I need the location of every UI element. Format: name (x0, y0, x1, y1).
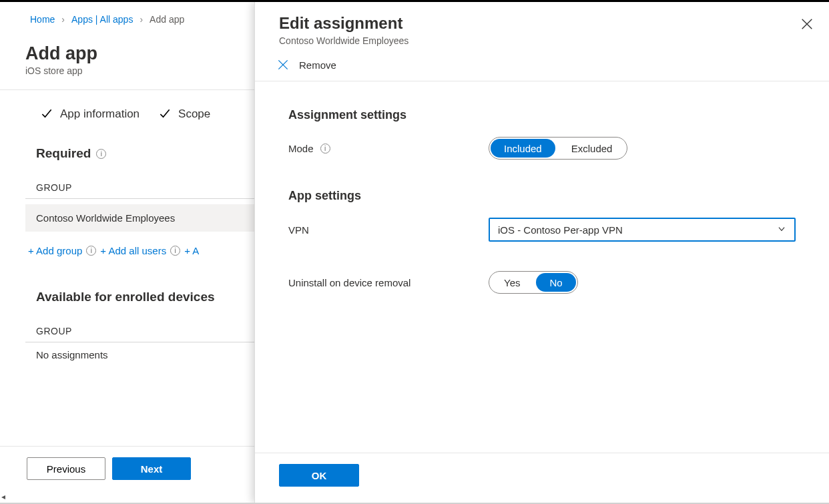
uninstall-yes[interactable]: Yes (489, 272, 535, 293)
breadcrumb-sep-2: › (140, 14, 143, 25)
vpn-dropdown[interactable]: iOS - Contoso Per-app VPN (489, 218, 796, 242)
assignment-settings-heading: Assignment settings (288, 108, 796, 122)
step-app-information[interactable]: App information (40, 107, 140, 121)
check-icon (158, 107, 172, 121)
next-button[interactable]: Next (112, 457, 191, 480)
previous-button[interactable]: Previous (27, 457, 105, 480)
check-icon (40, 107, 53, 121)
breadcrumb-current: Add app (150, 14, 184, 25)
panel-body: Assignment settings Mode i Included Excl… (255, 81, 829, 453)
add-group-link[interactable]: + Add group (28, 245, 82, 256)
panel-header: Edit assignment Contoso Worldwide Employ… (255, 2, 829, 49)
section-required-label: Required (36, 146, 91, 161)
step-scope[interactable]: Scope (158, 107, 210, 121)
info-icon[interactable]: i (170, 246, 180, 256)
add-all-users-link[interactable]: + Add all users (100, 245, 166, 256)
section-available-label: Available for enrolled devices (36, 290, 215, 304)
app-settings-heading: App settings (288, 189, 796, 203)
mode-excluded[interactable]: Excluded (557, 138, 627, 159)
mode-toggle[interactable]: Included Excluded (489, 137, 627, 160)
breadcrumb-home[interactable]: Home (30, 14, 55, 25)
close-icon[interactable] (800, 17, 816, 33)
uninstall-no[interactable]: No (536, 273, 575, 292)
panel-subtitle: Contoso Worldwide Employees (279, 33, 805, 46)
panel-title: Edit assignment (279, 14, 805, 33)
vpn-label: VPN (288, 224, 309, 236)
uninstall-row: Uninstall on device removal Yes No (288, 271, 796, 294)
info-icon[interactable]: i (320, 144, 330, 154)
info-icon[interactable]: i (96, 149, 106, 159)
breadcrumb-apps[interactable]: Apps | All apps (71, 14, 133, 25)
breadcrumb-sep-1: › (61, 14, 65, 25)
chevron-down-icon (777, 224, 786, 236)
scroll-left-icon[interactable]: ◂ (1, 492, 5, 501)
remove-button[interactable]: Remove (255, 49, 829, 81)
step-label: Scope (178, 107, 210, 121)
mode-row: Mode i Included Excluded (288, 137, 796, 160)
remove-label: Remove (299, 59, 336, 71)
mode-label: Mode (288, 143, 314, 154)
step-label: App information (60, 107, 140, 121)
vpn-value: iOS - Contoso Per-app VPN (498, 224, 623, 236)
mode-included[interactable]: Included (491, 139, 555, 158)
uninstall-toggle[interactable]: Yes No (489, 271, 578, 294)
add-more-link[interactable]: + A (184, 245, 199, 256)
uninstall-label: Uninstall on device removal (288, 277, 410, 288)
info-icon[interactable]: i (86, 246, 96, 256)
ok-button[interactable]: OK (279, 464, 359, 487)
edit-assignment-panel: Edit assignment Contoso Worldwide Employ… (254, 2, 829, 503)
panel-footer: OK (255, 453, 829, 503)
vpn-row: VPN iOS - Contoso Per-app VPN (288, 218, 796, 242)
